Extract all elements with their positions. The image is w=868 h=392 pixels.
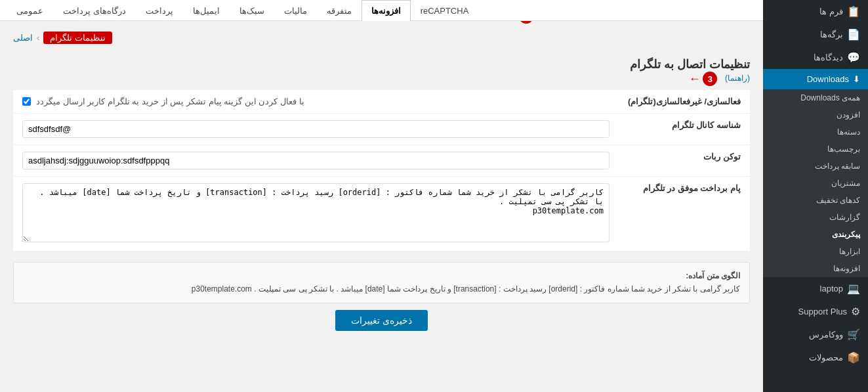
form-row-success-message: پام برداخت موفق در تلگرام کاربر گرامی با…: [13, 177, 750, 251]
tabs-bar: عمومی درگاه‌های پرداخت پرداخت ایمیل‌ها س…: [0, 0, 763, 21]
tab-general[interactable]: عمومی: [7, 0, 53, 21]
sidebar: 📋 فرم ها 📄 برگه‌ها 💬 دیدگاه‌ها ⬇ Downloa…: [763, 0, 868, 392]
tab-styles[interactable]: سبک‌ها: [230, 0, 274, 21]
page-subtitle[interactable]: (راهنما): [725, 74, 750, 83]
sidebar-subitem-payment-history[interactable]: سابقه پرداخت: [763, 158, 868, 175]
tab-emails[interactable]: ایمیل‌ها: [183, 0, 230, 21]
supportplus-icon: ⚙: [851, 305, 860, 318]
sidebar-item-woocommerce[interactable]: 🛒 ووکامرس: [763, 323, 868, 346]
success-message-textarea[interactable]: کاربر گرامی با تشکر از خرید شما شماره فا…: [22, 183, 610, 242]
page-title: تنظیمات اتصال به تلگرام: [630, 58, 750, 71]
tab-gateways[interactable]: درگاه‌های پرداخت: [53, 0, 136, 21]
bot-token-label: توکن ربات: [703, 152, 741, 162]
sidebar-subitem-reports[interactable]: گزارشات: [763, 209, 868, 226]
save-button[interactable]: ذخیره‌ی تغییرات: [335, 310, 428, 331]
sidebar-item-products[interactable]: 📦 محصولات: [763, 346, 868, 369]
channel-id-label: شناسه کانال تلگرام: [672, 120, 741, 130]
sidebar-subitem-tags[interactable]: برچسب‌ها: [763, 141, 868, 158]
woocommerce-icon: 🛒: [847, 328, 860, 341]
sidebar-subitem-tools[interactable]: ابزارها: [763, 243, 868, 260]
activation-desc: با فعال کردن این گزینه پیام تشکر پس از خ…: [36, 97, 304, 106]
downloads-icon: ⬇: [853, 74, 860, 84]
content-area: اصلی › تنظیمات تلگرام ↑ 2 تنظیمات اتصال …: [0, 21, 763, 392]
forms-icon: 📋: [847, 5, 860, 18]
sidebar-subitem-settings[interactable]: پیکربندی: [763, 226, 868, 243]
template-value: کاربر گرامی با تشکر از خرید شما شماره فا…: [23, 282, 740, 295]
laptop-icon: 💻: [847, 282, 860, 295]
sidebar-item-views[interactable]: 💬 دیدگاه‌ها: [763, 46, 868, 69]
save-btn-row: ذخیره‌ی تغییرات: [13, 310, 750, 331]
activation-checkbox[interactable]: [22, 97, 31, 106]
arrow-3: ←: [689, 72, 701, 85]
tab-recaptcha[interactable]: reCAPTCHA: [411, 0, 479, 21]
bot-token-input[interactable]: [22, 152, 610, 169]
template-label: الگوی متن آماده:: [23, 269, 740, 282]
views-icon: 💬: [847, 51, 860, 64]
breadcrumb-home[interactable]: اصلی: [13, 33, 33, 43]
sidebar-subitem-all[interactable]: همه‌ی Downloads: [763, 89, 868, 106]
breadcrumb: اصلی › تنظیمات تلگرام: [13, 32, 112, 44]
activation-label: فعالسازی/ غیرفعالسازی(تلگرام): [628, 97, 741, 106]
sidebar-item-laptop[interactable]: 💻 laptop: [763, 277, 868, 300]
products-icon: 📦: [847, 351, 860, 364]
pages-icon: 📄: [847, 28, 860, 41]
sidebar-downloads-submenu: همه‌ی Downloads افزودن دسته‌ها برچسب‌ها …: [763, 89, 868, 277]
main-content: عمومی درگاه‌های پرداخت پرداخت ایمیل‌ها س…: [0, 0, 763, 392]
sidebar-subitem-add[interactable]: افزودن: [763, 106, 868, 123]
activation-checkbox-row: با فعال کردن این گزینه پیام تشکر پس از خ…: [22, 97, 610, 106]
settings-form-table: فعالسازی/ غیرفعالسازی(تلگرام) با فعال کر…: [13, 90, 750, 251]
form-row-bot-token: توکن ربات: [13, 145, 750, 177]
form-row-channel-id: شناسه کانال تلگرام: [13, 114, 750, 145]
breadcrumb-current: تنظیمات تلگرام: [43, 32, 112, 44]
sidebar-subitem-categories[interactable]: دسته‌ها: [763, 123, 868, 141]
tab-misc[interactable]: متفرقه: [317, 0, 362, 21]
tab-payment[interactable]: پرداخت: [136, 0, 183, 21]
tab-taxes[interactable]: مالیات: [274, 0, 317, 21]
annotation-3: 3: [703, 72, 717, 86]
template-preview: الگوی متن آماده: کاربر گرامی با تشکر از …: [13, 262, 750, 303]
page-title-row: تنظیمات اتصال به تلگرام (راهنما) 3 ←: [13, 57, 750, 86]
sidebar-item-downloads[interactable]: ⬇ Downloads: [763, 69, 868, 89]
tab-addons[interactable]: افزونه‌ها: [362, 0, 411, 21]
channel-id-input[interactable]: [22, 120, 610, 138]
sidebar-subitem-addons[interactable]: افزونه‌ها: [763, 260, 868, 277]
sidebar-subitem-customers[interactable]: مشتریان: [763, 175, 868, 192]
sidebar-item-pages[interactable]: 📄 برگه‌ها: [763, 23, 868, 46]
sidebar-subitem-discounts[interactable]: کدهای تخفیف: [763, 192, 868, 209]
success-message-label: پام برداخت موفق در تلگرام: [643, 183, 741, 193]
sidebar-item-forms[interactable]: 📋 فرم ها: [763, 0, 868, 23]
annotation-2: 2: [519, 21, 533, 24]
form-row-activation: فعالسازی/ غیرفعالسازی(تلگرام) با فعال کر…: [13, 90, 750, 114]
sidebar-item-supportplus[interactable]: ⚙ Support Plus: [763, 300, 868, 323]
